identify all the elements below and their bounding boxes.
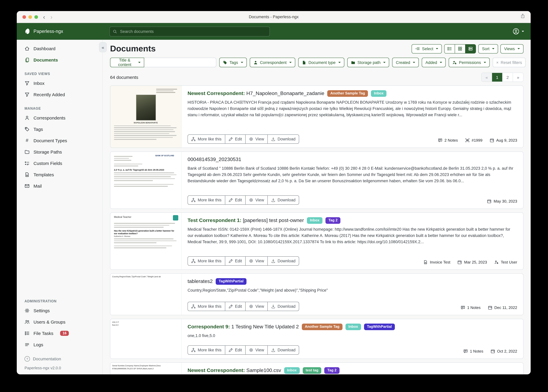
pagination-first[interactable]: «	[482, 73, 492, 82]
pagination-page-2[interactable]: 2	[502, 73, 513, 82]
pagination-page-1[interactable]: 1	[492, 73, 502, 82]
document-type-filter-button[interactable]: Document type	[298, 58, 344, 67]
more-like-this-button[interactable]: More like this	[187, 302, 225, 311]
user-menu[interactable]	[513, 28, 524, 35]
pagination-last[interactable]: »	[513, 73, 523, 82]
document-title[interactable]: [paperless] test post-owner	[243, 217, 304, 223]
download-button[interactable]: Download	[267, 302, 299, 311]
notes-count[interactable]: 1 Notes	[463, 349, 483, 353]
tag-badge[interactable]: Inbox	[371, 90, 386, 97]
list-view-button[interactable]	[445, 44, 455, 53]
brand[interactable]: Paperless-ngx	[24, 28, 105, 35]
browser-back-icon[interactable]: ‹	[43, 14, 45, 20]
sidebar-item-documents[interactable]: Documents	[17, 54, 102, 65]
title-content-input[interactable]	[144, 58, 216, 67]
document-thumbnail[interactable]: Country,Region/State,"Zip/Postal Code","…	[110, 274, 181, 315]
title-content-label: Title & content	[114, 58, 136, 67]
tag-badge[interactable]: Inbox	[307, 217, 323, 224]
tag-badge[interactable]: TagWithPartial	[364, 324, 395, 330]
tag-badge[interactable]: Inbox	[346, 324, 361, 330]
details-view-button[interactable]	[465, 44, 476, 53]
document-title[interactable]: tablerates2	[187, 279, 213, 284]
global-search[interactable]	[109, 27, 270, 36]
sidebar-item-correspondents[interactable]: Correspondents	[17, 112, 102, 123]
view-button[interactable]: View	[245, 302, 268, 311]
more-like-this-button[interactable]: More like this	[187, 345, 225, 355]
document-thumbnail[interactable]: NAPOLEON BONAPARTE	[110, 86, 181, 147]
sidebar-item-custom-fields[interactable]: Custom Fields	[17, 157, 102, 169]
edit-button[interactable]: Edit	[225, 302, 245, 311]
document-thumbnail[interactable]: Serial Number,Company Name,Employee Mark…	[110, 363, 181, 374]
document-correspondent-link[interactable]: Test Correspondent 1:	[187, 217, 241, 223]
more-like-this-button[interactable]: More like this	[187, 134, 225, 144]
document-title[interactable]: 0004814539_20230531	[187, 157, 241, 162]
sidebar-item-file-tasks[interactable]: File Tasks 16	[17, 328, 102, 339]
view-button[interactable]: View	[245, 196, 268, 205]
more-like-this-button[interactable]: More like this	[187, 256, 225, 266]
tag-badge[interactable]: Another Sample Tag	[327, 90, 368, 97]
sidebar-item-users-groups[interactable]: Users & Groups	[17, 316, 102, 328]
more-like-this-button[interactable]: More like this	[187, 196, 225, 205]
share-icon[interactable]	[520, 14, 525, 19]
view-button[interactable]: View	[245, 134, 268, 144]
download-button[interactable]: Download	[267, 256, 299, 266]
title-content-dropdown[interactable]: Title & content	[110, 58, 144, 67]
document-thumbnail[interactable]: one,1.0 five,5.0	[110, 319, 181, 358]
download-button[interactable]: Download	[267, 134, 299, 144]
added-filter-button[interactable]: Added	[422, 58, 446, 67]
view-button[interactable]: View	[245, 256, 268, 266]
edit-button[interactable]: Edit	[225, 196, 245, 205]
notes-count[interactable]: 2 Notes	[438, 138, 458, 142]
created-filter-button[interactable]: Created	[392, 58, 419, 67]
document-correspondent-link[interactable]: Correspondent 9:	[187, 324, 230, 329]
reset-filters-button[interactable]: × Reset filters	[493, 58, 526, 67]
sidebar-item-mail[interactable]: Mail	[17, 180, 102, 191]
permissions-filter-button[interactable]: Permissions	[449, 58, 490, 67]
download-button[interactable]: Download	[267, 196, 299, 205]
views-button[interactable]: Views	[500, 44, 523, 53]
edit-button[interactable]: Edit	[225, 345, 245, 355]
sidebar-item-settings[interactable]: Settings	[17, 305, 102, 316]
tag-badge[interactable]: Another Sample Tag	[302, 324, 343, 330]
close-window-button[interactable]	[22, 15, 26, 19]
document-title[interactable]: 1 Testing New Title Updated 2	[231, 324, 299, 329]
notes-count[interactable]: 1 Notes	[461, 305, 481, 310]
sidebar-item-label: Templates	[34, 172, 54, 177]
tag-badge[interactable]: Tag 2	[324, 367, 339, 374]
sidebar-collapse-button[interactable]: «	[99, 42, 107, 52]
documentation-link[interactable]: ? Documentation	[25, 356, 102, 362]
sidebar-item-inbox[interactable]: Inbox	[17, 77, 102, 89]
download-button[interactable]: Download	[267, 345, 299, 355]
sidebar-item-templates[interactable]: Templates	[17, 169, 102, 180]
document-thumbnail[interactable]: Medical Teacher Has the new Kirkpatrick …	[110, 213, 181, 269]
minimize-window-button[interactable]	[29, 15, 32, 19]
document-thumbnail[interactable]: BANK OF SCOTLAND 2,0 % p. a. auf Ihr Tag…	[110, 152, 181, 209]
tag-badge[interactable]: TagWithPartial	[216, 278, 246, 285]
correspondent-filter-button[interactable]: Correspondent	[250, 58, 296, 67]
grid-view-button[interactable]	[455, 44, 465, 53]
sort-button[interactable]: Sort	[478, 44, 498, 53]
zoom-window-button[interactable]	[34, 15, 38, 19]
title-content-filter: Title & content	[110, 58, 216, 67]
document-title[interactable]: Sample100.csv	[246, 367, 281, 373]
tag-badge[interactable]: Tag 2	[325, 217, 340, 224]
sidebar-item-storage-paths[interactable]: Storage Paths	[17, 146, 102, 157]
tags-filter-button[interactable]: Tags	[219, 58, 247, 67]
sidebar-item-recently-added[interactable]: Recently Added	[17, 89, 102, 100]
storage-path-filter-button[interactable]: Storage path	[347, 58, 389, 67]
sidebar-item-tags[interactable]: Tags	[17, 123, 102, 135]
document-title[interactable]: H7_Napoleon_Bonaparte_zadanie	[246, 91, 324, 96]
document-correspondent-link[interactable]: Newest Correspondent:	[187, 367, 245, 373]
sidebar-item-dashboard[interactable]: Dashboard	[17, 43, 102, 54]
select-button[interactable]: Select	[411, 44, 442, 53]
view-button[interactable]: View	[245, 345, 268, 355]
search-input[interactable]	[119, 29, 267, 34]
edit-button[interactable]: Edit	[225, 134, 245, 144]
tag-badge[interactable]: Inbox	[284, 367, 300, 374]
document-correspondent-link[interactable]: Newest Correspondent:	[187, 91, 245, 96]
tag-badge[interactable]: test tag	[303, 367, 321, 374]
edit-button[interactable]: Edit	[225, 256, 245, 266]
sidebar-item-logs[interactable]: Logs	[17, 339, 102, 350]
browser-forward-icon[interactable]: ›	[50, 14, 52, 20]
sidebar-item-document-types[interactable]: # Document Types	[17, 135, 102, 146]
